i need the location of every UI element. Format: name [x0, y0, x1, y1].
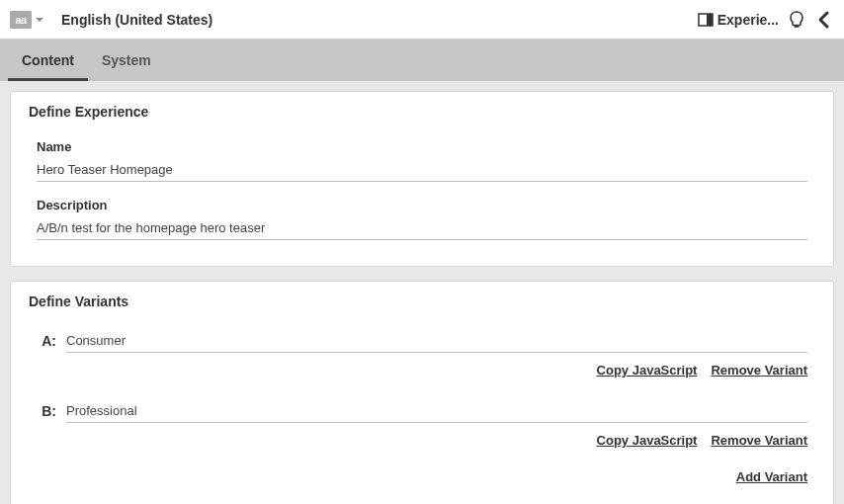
copy-javascript-link[interactable]: Copy JavaScript: [597, 363, 698, 378]
name-field: Name: [37, 139, 807, 182]
hint-button[interactable]: [787, 10, 806, 30]
experience-button-label: Experie...: [717, 12, 779, 28]
variant-letter: B:: [37, 403, 66, 419]
copy-javascript-link[interactable]: Copy JavaScript: [597, 433, 698, 448]
variant-row: B:: [37, 399, 807, 423]
variant-name-input[interactable]: [66, 399, 807, 423]
tabbar: Content System: [0, 40, 844, 81]
description-input[interactable]: [37, 216, 807, 240]
variant-actions: Copy JavaScript Remove Variant: [29, 363, 807, 378]
name-label: Name: [37, 139, 807, 154]
lightbulb-icon: [787, 10, 806, 30]
tab-system[interactable]: System: [88, 41, 165, 81]
tab-content[interactable]: Content: [8, 41, 88, 81]
content-area: Define Experience Name Description Defin…: [0, 81, 844, 504]
description-label: Description: [37, 198, 807, 212]
remove-variant-link[interactable]: Remove Variant: [711, 363, 807, 378]
language-icon: aa: [10, 11, 32, 29]
remove-variant-link[interactable]: Remove Variant: [711, 433, 807, 448]
svg-rect-1: [707, 14, 713, 26]
chevron-left-icon: [814, 10, 834, 30]
variant-actions: Copy JavaScript Remove Variant: [29, 433, 807, 448]
experience-button[interactable]: Experie...: [698, 12, 779, 28]
language-label: English (United States): [61, 12, 212, 28]
add-variant-row: Add Variant: [37, 469, 807, 484]
variant-name-input[interactable]: [66, 329, 807, 353]
language-dropdown-toggle[interactable]: [36, 18, 43, 22]
variants-panel: Define Variants A: Copy JavaScript Remov…: [10, 281, 834, 504]
variant-row: A:: [37, 329, 807, 353]
topbar: aa English (United States) Experie...: [0, 0, 844, 40]
back-button[interactable]: [814, 10, 834, 30]
variant-letter: A:: [37, 333, 66, 349]
experience-panel: Define Experience Name Description: [10, 91, 834, 267]
variants-panel-title: Define Variants: [29, 294, 815, 309]
name-input[interactable]: [37, 158, 807, 182]
add-variant-link[interactable]: Add Variant: [736, 469, 807, 484]
experience-panel-title: Define Experience: [29, 104, 815, 120]
description-field: Description: [37, 198, 807, 240]
panel-icon: [698, 12, 714, 28]
